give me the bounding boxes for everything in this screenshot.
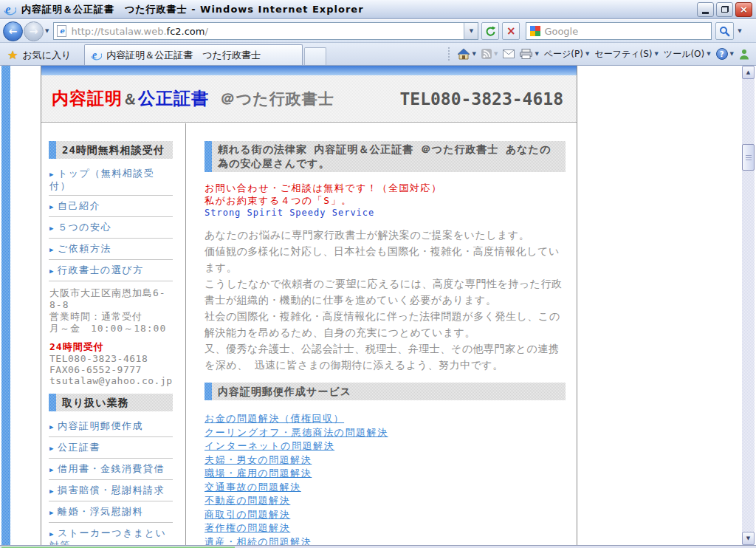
window-titlebar: e 内容証明＆公正証書 つた行政書士 - Windows Internet Ex… (0, 0, 756, 19)
link-cooling-off[interactable]: クーリングオフ・悪徳商法の問題解決 (205, 426, 566, 440)
page-menu[interactable]: ページ(P) ▼ (544, 48, 590, 61)
address-bar[interactable]: e http://tsutalaw.web.fc2.com/ ▼ (53, 22, 478, 40)
sidebar-item-divorce[interactable]: ▶離婚・浮気慰謝料 (49, 501, 173, 523)
minimize-button[interactable] (697, 2, 714, 17)
blue-accent-bar (49, 141, 56, 159)
link-inheritance[interactable]: 遺産・相続の問題解決 (205, 535, 566, 546)
business-hours: 月～金 10:00～18:00 (49, 323, 173, 335)
link-internet[interactable]: インターネットの問題解決 (205, 439, 566, 453)
forward-arrow-icon: → (30, 25, 38, 37)
person-icon (739, 49, 749, 60)
home-dropdown-icon[interactable]: ▼ (472, 51, 476, 57)
favorites-button[interactable]: ★ お気に入り (0, 45, 80, 65)
service-section-header: 内容証明郵便作成サービス (205, 383, 566, 400)
help-icon: ? (716, 48, 728, 60)
search-icon (719, 26, 730, 37)
read-mail-button[interactable] (503, 49, 515, 58)
paragraph: あなたのお悩みに専門家行政書士が解決案のご提案をいたします。 (205, 227, 566, 243)
sidebar-item-damages-claim[interactable]: ▶損害賠償・慰謝料請求 (49, 480, 173, 501)
chevron-down-icon: ▼ (707, 51, 710, 57)
scroll-down-icon: ▼ (746, 535, 750, 541)
sidebar-item-profile[interactable]: ▶自己紹介 (49, 196, 173, 217)
minimize-icon (702, 12, 709, 14)
sidebar-item-notarized-deed[interactable]: ▶公正証書 (49, 437, 173, 459)
sidebar-item-how-to-request[interactable]: ▶ご依頼方法 (49, 239, 173, 260)
scrollbar-thumb[interactable] (742, 144, 755, 171)
close-button[interactable]: × (735, 2, 752, 17)
site-header: 内容証明＆公正証書 ＠つた行政書士 TEL080-3823-4618 (41, 75, 577, 123)
command-bar: ▼ ▼ ▼ ページ(P) (448, 43, 756, 65)
link-traffic-accident[interactable]: 交通事故の問題解決 (205, 481, 566, 495)
tab-bar: ★ お気に入り e 内容証明＆公正証書 つた行政書士 ▼ ▼ (0, 43, 756, 66)
home-icon (457, 48, 470, 60)
sidebar-item-five-assurances[interactable]: ▶５つの安心 (49, 217, 173, 239)
sidebar-item-how-to-choose[interactable]: ▶行政書士の選び方 (49, 260, 173, 281)
webpage-container: 内容証明＆公正証書 ＠つた行政書士 TEL080-3823-4618 24時間無… (41, 66, 577, 545)
link-workplace[interactable]: 職場・雇用の問題解決 (205, 467, 566, 481)
ie-logo-icon: e (4, 3, 16, 16)
home-button[interactable]: ▼ (457, 48, 476, 60)
feeds-button[interactable]: ▼ (481, 49, 498, 59)
sidebar-section-header-services: 取り扱い業務 (49, 394, 173, 411)
link-commerce[interactable]: 商取引の問題解決 (205, 508, 566, 522)
search-go-button[interactable] (715, 22, 734, 40)
site-phone-number: TEL080-3823-4618 (399, 89, 563, 109)
menu-arrow-icon: ▶ (49, 267, 55, 275)
help-menu[interactable]: ? ▼ (716, 48, 734, 60)
window-title: 内容証明＆公正証書 つた行政書士 - Windows Internet Expl… (21, 3, 364, 16)
recent-pages-dropdown[interactable]: ▼ (44, 28, 52, 34)
back-button[interactable]: ← (3, 21, 23, 41)
link-copyright[interactable]: 著作権の問題解決 (205, 521, 566, 535)
business-hours: 営業時間：通常受付 (49, 311, 173, 323)
stop-button[interactable]: × (502, 22, 520, 40)
service-link-list: お金の問題解決（債権回収） クーリングオフ・悪徳商法の問題解決 インターネットの… (205, 412, 566, 545)
welcome-title: 頼れる街の法律家 内容証明＆公正証書 ＠つた行政書士 あなたの為の安心屋さんです… (212, 141, 566, 172)
restore-button[interactable] (716, 2, 733, 17)
ie-tab-icon: e (91, 49, 102, 61)
safety-menu[interactable]: セーフティ(S) ▼ (594, 48, 659, 61)
menu-arrow-icon: ▶ (49, 445, 55, 452)
link-real-estate[interactable]: 不動産の問題解決 (205, 494, 566, 508)
refresh-button[interactable] (481, 22, 499, 40)
sidebar-section-header-consult: 24時間無料相談受付 (49, 141, 173, 159)
new-tab-button[interactable] (304, 47, 326, 65)
sidebar-item-naiyoshomei[interactable]: ▶内容証明郵便作成 (49, 416, 173, 437)
vertical-scrollbar[interactable]: ▲ ▼ (742, 66, 755, 545)
blue-accent-bar (205, 141, 212, 172)
blue-accent-bar (49, 394, 56, 411)
page-top-gradient-bar (41, 66, 577, 75)
slogan-text: Strong Spirit Speedy Service (205, 207, 566, 219)
print-button[interactable]: ▼ (520, 49, 538, 59)
search-placeholder: Google (544, 26, 578, 37)
search-options-dropdown[interactable]: ▼ (734, 22, 745, 40)
messenger-button[interactable] (739, 49, 749, 60)
fax-number: FAX06-6552-9777 (49, 364, 173, 375)
contact-info: 大阪市大正区南恩加島6- 8-8 営業時間：通常受付 月～金 10:00～18:… (49, 287, 173, 386)
paragraph: 社会の国際化・複雑化・高度情報化に伴った法律問題が多く発生し、この解決能力を昂め… (205, 308, 566, 340)
search-input[interactable]: Google (526, 22, 712, 40)
tools-menu[interactable]: ツール(O) ▼ (664, 48, 711, 61)
restore-icon (721, 6, 729, 13)
back-arrow-icon: ← (9, 25, 18, 37)
address-dropdown-button[interactable]: ▼ (464, 23, 478, 39)
menu-arrow-icon: ▶ (49, 225, 55, 232)
sidebar-item-stalker[interactable]: ▶ストーカーつきまとい対策 (49, 523, 173, 545)
scroll-down-button[interactable]: ▼ (742, 532, 755, 545)
sidebar-item-top[interactable]: ▶トップ（無料相談受付） (49, 163, 173, 196)
print-dropdown-icon[interactable]: ▼ (535, 51, 538, 57)
paragraph: 又、優秀な弁護士、公認会計士、税理士、弁理士、その他専門家との連携を深め、 迅速… (205, 340, 566, 373)
link-marital[interactable]: 夫婦・男女の問題解決 (205, 453, 566, 467)
favorites-star-icon: ★ (7, 49, 18, 61)
menu-arrow-icon: ▶ (49, 246, 55, 253)
url-text[interactable]: http://tsutalaw.web.fc2.com/ (71, 26, 207, 37)
active-tab[interactable]: e 内容証明＆公正証書 つた行政書士 (84, 44, 303, 65)
forward-button[interactable]: → (24, 21, 44, 41)
24h-reception-label: 24時間受付 (49, 341, 173, 353)
stop-icon: × (506, 26, 516, 37)
scroll-up-button[interactable]: ▲ (742, 66, 755, 79)
google-logo-icon (530, 26, 540, 36)
link-money-problems[interactable]: お金の問題解決（債権回収） (205, 412, 566, 426)
close-icon: × (740, 4, 748, 14)
scroll-up-icon: ▲ (746, 69, 750, 75)
sidebar-item-loan-documents[interactable]: ▶借用書・金銭消費貸借 (49, 459, 173, 480)
